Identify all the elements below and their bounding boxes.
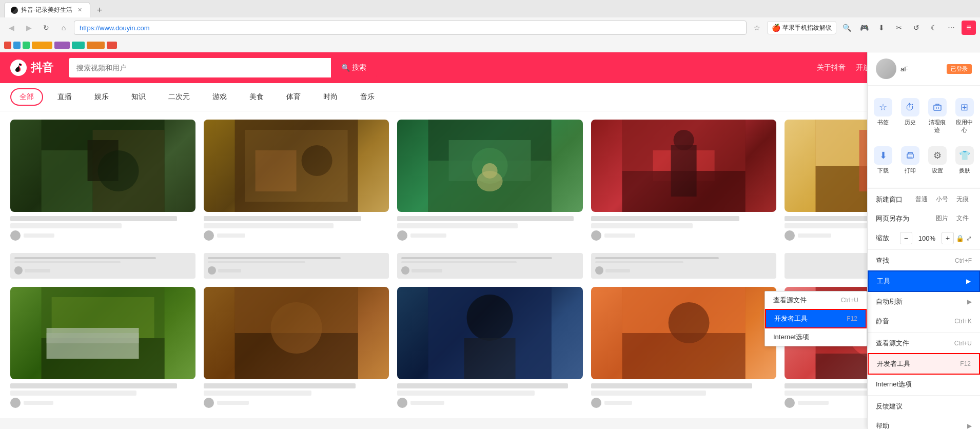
video-card-8[interactable] xyxy=(397,287,582,410)
menu-item-find[interactable]: 查找 Ctrl+F xyxy=(868,251,980,270)
video-title-3 xyxy=(397,216,573,221)
video-avatar-4 xyxy=(591,230,601,241)
video-title-4b xyxy=(591,223,693,228)
nav-about[interactable]: 关于抖音 xyxy=(817,63,846,72)
apple-plugin-button[interactable]: 🍎 苹果手机指纹解锁 xyxy=(767,21,836,34)
bookmark-button[interactable]: ☆ xyxy=(750,21,764,35)
home-button[interactable]: ⌂ xyxy=(56,21,71,35)
window-normal-btn[interactable]: 普通 xyxy=(912,194,931,205)
profile-avatar xyxy=(876,59,896,79)
submenu-devtools[interactable]: 开发者工具 F12 xyxy=(765,309,867,328)
zoom-value: 100% xyxy=(914,235,939,242)
video-row2-col2 xyxy=(204,253,389,279)
active-tab[interactable]: 抖音-记录美好生活 ✕ xyxy=(4,2,90,17)
category-sports[interactable]: 体育 xyxy=(278,89,309,105)
video-card-2[interactable] xyxy=(204,120,389,243)
menu-item-auto-refresh[interactable]: 自动刷新 ▶ xyxy=(868,292,980,311)
category-fashion[interactable]: 时尚 xyxy=(315,89,346,105)
menu-item-view-source[interactable]: 查看源文件 Ctrl+U xyxy=(868,334,980,353)
video-card-9[interactable] xyxy=(591,287,776,410)
history-icon: ⏱ xyxy=(901,98,919,116)
panel-icon-clear[interactable]: 清理痕迹 xyxy=(926,94,949,138)
submenu-view-source[interactable]: 查看源文件 Ctrl+U xyxy=(765,291,867,309)
address-bar[interactable] xyxy=(74,21,747,35)
category-games[interactable]: 游戏 xyxy=(204,89,235,105)
category-entertainment[interactable]: 娱乐 xyxy=(86,89,117,105)
video-meta-3 xyxy=(397,230,582,241)
menu-button[interactable]: ≡ xyxy=(962,21,976,35)
bookmarks-label: 书签 xyxy=(877,119,889,126)
panel-icon-download[interactable]: ⬇ 下载 xyxy=(872,142,895,179)
zoom-label: 缩放 xyxy=(876,233,889,243)
moon-button[interactable]: ☾ xyxy=(927,21,941,35)
video-meta-1 xyxy=(10,230,195,241)
video-grid: 3DMGAME xyxy=(0,111,980,418)
video-info-8 xyxy=(397,379,582,410)
gamepad-button[interactable]: 🎮 xyxy=(857,21,871,35)
browser-toolbar: ◀ ▶ ↻ ⌂ ☆ 🍎 苹果手机指纹解锁 🔍 🎮 ⬇ ✂ ↺ ☾ ··· ≡ xyxy=(0,17,980,38)
zoom-out-button[interactable]: − xyxy=(900,232,912,244)
panel-icon-skin[interactable]: 👕 换肤 xyxy=(953,142,976,179)
search-bar: 🔍 搜索 xyxy=(69,58,377,77)
save-file-btn[interactable]: 文件 xyxy=(953,213,972,224)
forward-button[interactable]: ▶ xyxy=(22,21,36,35)
submenu-internet-options[interactable]: Internet选项 xyxy=(765,328,867,346)
view-source-label: 查看源文件 xyxy=(876,339,909,348)
apps-icon: ⊞ xyxy=(955,98,974,116)
video-card-7[interactable] xyxy=(204,287,389,410)
submenu-devtools-shortcut: F12 xyxy=(847,315,857,322)
menu-item-devtools[interactable]: 开发者工具 F12 xyxy=(868,353,980,375)
browser-search-button[interactable]: 🔍 xyxy=(839,21,854,35)
category-all[interactable]: 全部 xyxy=(10,88,43,106)
category-music[interactable]: 音乐 xyxy=(352,89,383,105)
undo-button[interactable]: ↺ xyxy=(909,21,924,35)
panel-icon-settings[interactable]: ⚙ 设置 xyxy=(926,142,949,179)
video-card-4[interactable] xyxy=(591,120,776,243)
video-author-5 xyxy=(798,233,831,238)
menu-item-feedback[interactable]: 反馈建议 xyxy=(868,397,980,416)
video-card-1[interactable] xyxy=(10,120,195,243)
menu-item-tools[interactable]: 工具 ▶ xyxy=(868,270,980,292)
video-card-6[interactable] xyxy=(10,287,195,410)
video-card-3[interactable] xyxy=(397,120,582,243)
menu-item-mute[interactable]: 静音 Ctrl+K xyxy=(868,311,980,331)
history-label: 历史 xyxy=(905,119,916,126)
tools-submenu: 查看源文件 Ctrl+U 开发者工具 F12 Internet选项 xyxy=(765,291,867,346)
profile-name: aF xyxy=(900,65,943,73)
window-small-btn[interactable]: 小号 xyxy=(933,194,951,205)
download-button[interactable]: ⬇ xyxy=(874,21,889,35)
panel-icon-apps[interactable]: ⊞ 应用中心 xyxy=(953,94,976,138)
panel-icon-print[interactable]: 打印 xyxy=(899,142,922,179)
download-label: 下载 xyxy=(877,167,889,174)
skin-icon: 👕 xyxy=(955,146,974,165)
menu-item-help[interactable]: 帮助 ▶ xyxy=(868,416,980,429)
panel-icon-history[interactable]: ⏱ 历史 xyxy=(899,94,922,138)
svg-rect-47 xyxy=(934,105,941,110)
bookmark-favicon-4 xyxy=(32,42,52,49)
tab-close-button[interactable]: ✕ xyxy=(75,6,84,14)
window-incognito-btn[interactable]: 无痕 xyxy=(953,194,972,205)
svg-point-4 xyxy=(98,150,139,191)
search-button[interactable]: 🔍 搜索 xyxy=(331,58,377,77)
category-knowledge[interactable]: 知识 xyxy=(123,89,154,105)
video-title-1 xyxy=(10,216,177,221)
category-live[interactable]: 直播 xyxy=(49,89,80,105)
menu-item-internet-options[interactable]: Internet选项 xyxy=(868,375,980,394)
search-input[interactable] xyxy=(69,58,331,77)
back-button[interactable]: ◀ xyxy=(4,21,18,35)
divider-1 xyxy=(868,188,980,189)
panel-icon-row: ☆ 书签 ⏱ 历史 清理痕迹 ⊞ 应 xyxy=(868,86,980,187)
save-image-btn[interactable]: 图片 xyxy=(933,213,951,224)
svg-rect-1 xyxy=(42,150,93,212)
video-title-3b xyxy=(397,223,518,228)
category-anime[interactable]: 二次元 xyxy=(160,89,198,105)
zoom-in-button[interactable]: + xyxy=(942,232,954,244)
refresh-button[interactable]: ↻ xyxy=(39,21,53,35)
more-button[interactable]: ··· xyxy=(944,21,958,35)
svg-rect-30 xyxy=(47,333,139,343)
scissors-button[interactable]: ✂ xyxy=(892,21,906,35)
new-tab-button[interactable]: + xyxy=(92,3,107,17)
panel-icon-bookmarks[interactable]: ☆ 书签 xyxy=(872,94,895,138)
category-food[interactable]: 美食 xyxy=(241,89,272,105)
logo-text: 抖音 xyxy=(31,60,53,75)
